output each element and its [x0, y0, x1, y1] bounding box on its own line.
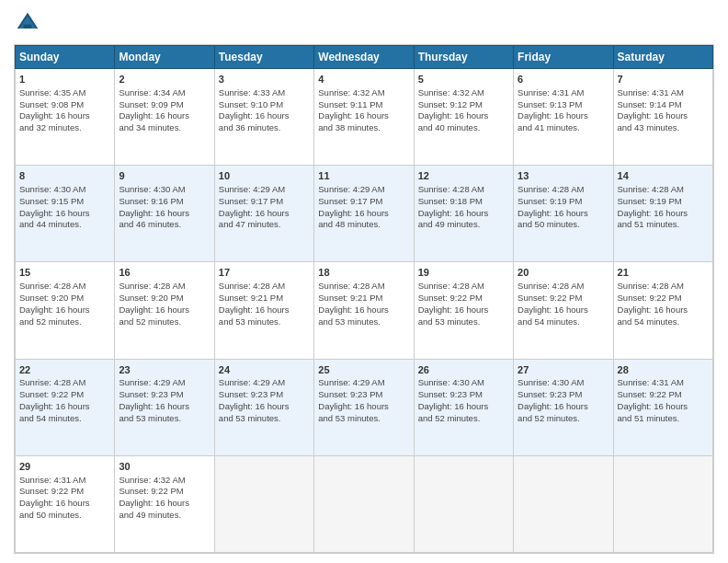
day-info: Sunrise: 4:35 AM Sunset: 9:08 PM Dayligh… [19, 87, 110, 134]
day-number: 29 [19, 460, 110, 474]
day-info: Sunrise: 4:34 AM Sunset: 9:09 PM Dayligh… [119, 87, 210, 134]
calendar-cell [414, 455, 513, 552]
calendar: Sunday Monday Tuesday Wednesday Thursday… [14, 44, 714, 554]
day-number: 10 [219, 169, 310, 183]
calendar-cell: 6Sunrise: 4:31 AM Sunset: 9:13 PM Daylig… [514, 69, 613, 166]
col-thursday: Thursday [414, 46, 513, 69]
col-wednesday: Wednesday [314, 46, 414, 69]
logo [14, 9, 45, 37]
calendar-cell: 30Sunrise: 4:32 AM Sunset: 9:22 PM Dayli… [115, 455, 214, 552]
day-info: Sunrise: 4:28 AM Sunset: 9:19 PM Dayligh… [618, 184, 709, 231]
calendar-cell: 29Sunrise: 4:31 AM Sunset: 9:22 PM Dayli… [16, 455, 115, 552]
day-number: 22 [19, 363, 110, 377]
calendar-week-5: 29Sunrise: 4:31 AM Sunset: 9:22 PM Dayli… [16, 455, 713, 552]
day-number: 28 [618, 363, 709, 377]
calendar-cell: 19Sunrise: 4:28 AM Sunset: 9:22 PM Dayli… [414, 262, 513, 359]
calendar-cell [514, 455, 613, 552]
calendar-cell: 9Sunrise: 4:30 AM Sunset: 9:16 PM Daylig… [115, 166, 214, 262]
day-info: Sunrise: 4:31 AM Sunset: 9:14 PM Dayligh… [618, 87, 709, 134]
calendar-cell: 10Sunrise: 4:29 AM Sunset: 9:17 PM Dayli… [214, 166, 313, 262]
day-info: Sunrise: 4:29 AM Sunset: 9:17 PM Dayligh… [219, 184, 310, 231]
day-number: 19 [418, 266, 509, 280]
day-info: Sunrise: 4:30 AM Sunset: 9:23 PM Dayligh… [418, 377, 509, 424]
day-number: 2 [119, 73, 210, 86]
day-number: 4 [318, 73, 409, 86]
day-number: 5 [418, 73, 509, 86]
day-number: 24 [219, 363, 310, 377]
day-info: Sunrise: 4:29 AM Sunset: 9:23 PM Dayligh… [219, 377, 310, 424]
calendar-cell: 8Sunrise: 4:30 AM Sunset: 9:15 PM Daylig… [16, 166, 115, 262]
calendar-cell: 13Sunrise: 4:28 AM Sunset: 9:19 PM Dayli… [514, 166, 613, 262]
day-info: Sunrise: 4:28 AM Sunset: 9:18 PM Dayligh… [418, 184, 509, 231]
calendar-cell [314, 455, 414, 552]
calendar-cell: 7Sunrise: 4:31 AM Sunset: 9:14 PM Daylig… [613, 69, 712, 166]
day-info: Sunrise: 4:28 AM Sunset: 9:22 PM Dayligh… [518, 281, 609, 327]
calendar-cell: 4Sunrise: 4:32 AM Sunset: 9:11 PM Daylig… [314, 69, 414, 166]
day-number: 25 [318, 363, 409, 377]
day-info: Sunrise: 4:32 AM Sunset: 9:22 PM Dayligh… [119, 475, 210, 522]
calendar-week-4: 22Sunrise: 4:28 AM Sunset: 9:22 PM Dayli… [16, 359, 713, 455]
day-info: Sunrise: 4:31 AM Sunset: 9:22 PM Dayligh… [19, 475, 110, 522]
calendar-cell: 17Sunrise: 4:28 AM Sunset: 9:21 PM Dayli… [214, 262, 313, 359]
page: Sunday Monday Tuesday Wednesday Thursday… [0, 0, 728, 563]
calendar-week-3: 15Sunrise: 4:28 AM Sunset: 9:20 PM Dayli… [16, 262, 713, 359]
day-info: Sunrise: 4:29 AM Sunset: 9:23 PM Dayligh… [318, 377, 409, 424]
day-number: 9 [119, 169, 210, 183]
calendar-cell: 1Sunrise: 4:35 AM Sunset: 9:08 PM Daylig… [16, 69, 115, 166]
calendar-week-2: 8Sunrise: 4:30 AM Sunset: 9:15 PM Daylig… [16, 166, 713, 262]
day-number: 7 [618, 73, 709, 86]
col-sunday: Sunday [16, 46, 115, 69]
day-number: 21 [618, 266, 709, 280]
day-number: 12 [418, 169, 509, 183]
day-info: Sunrise: 4:28 AM Sunset: 9:19 PM Dayligh… [518, 184, 609, 231]
calendar-cell: 25Sunrise: 4:29 AM Sunset: 9:23 PM Dayli… [314, 359, 414, 455]
day-info: Sunrise: 4:32 AM Sunset: 9:12 PM Dayligh… [418, 87, 509, 134]
day-info: Sunrise: 4:31 AM Sunset: 9:13 PM Dayligh… [518, 87, 609, 134]
day-number: 27 [518, 363, 609, 377]
calendar-cell: 16Sunrise: 4:28 AM Sunset: 9:20 PM Dayli… [115, 262, 214, 359]
calendar-cell: 20Sunrise: 4:28 AM Sunset: 9:22 PM Dayli… [514, 262, 613, 359]
calendar-cell: 14Sunrise: 4:28 AM Sunset: 9:19 PM Dayli… [613, 166, 712, 262]
day-number: 23 [119, 363, 210, 377]
day-number: 13 [518, 169, 609, 183]
day-number: 17 [219, 266, 310, 280]
day-number: 14 [618, 169, 709, 183]
svg-rect-2 [24, 25, 32, 29]
col-monday: Monday [115, 46, 214, 69]
day-info: Sunrise: 4:32 AM Sunset: 9:11 PM Dayligh… [318, 87, 409, 134]
calendar-cell: 22Sunrise: 4:28 AM Sunset: 9:22 PM Dayli… [16, 359, 115, 455]
day-info: Sunrise: 4:28 AM Sunset: 9:20 PM Dayligh… [119, 281, 210, 327]
calendar-cell: 27Sunrise: 4:30 AM Sunset: 9:23 PM Dayli… [514, 359, 613, 455]
day-info: Sunrise: 4:33 AM Sunset: 9:10 PM Dayligh… [219, 87, 310, 134]
calendar-cell [214, 455, 313, 552]
day-number: 6 [518, 73, 609, 86]
day-info: Sunrise: 4:30 AM Sunset: 9:15 PM Dayligh… [19, 184, 110, 231]
day-number: 1 [19, 73, 110, 86]
day-number: 18 [318, 266, 409, 280]
day-info: Sunrise: 4:28 AM Sunset: 9:22 PM Dayligh… [418, 281, 509, 327]
calendar-cell: 24Sunrise: 4:29 AM Sunset: 9:23 PM Dayli… [214, 359, 313, 455]
calendar-cell: 28Sunrise: 4:31 AM Sunset: 9:22 PM Dayli… [613, 359, 712, 455]
day-info: Sunrise: 4:28 AM Sunset: 9:20 PM Dayligh… [19, 281, 110, 327]
day-info: Sunrise: 4:28 AM Sunset: 9:22 PM Dayligh… [618, 281, 709, 327]
col-saturday: Saturday [613, 46, 712, 69]
calendar-header-row: Sunday Monday Tuesday Wednesday Thursday… [16, 46, 713, 69]
day-number: 3 [219, 73, 310, 86]
day-info: Sunrise: 4:30 AM Sunset: 9:23 PM Dayligh… [518, 377, 609, 424]
day-info: Sunrise: 4:28 AM Sunset: 9:22 PM Dayligh… [19, 377, 110, 424]
calendar-cell: 3Sunrise: 4:33 AM Sunset: 9:10 PM Daylig… [214, 69, 313, 166]
header [14, 9, 714, 37]
calendar-cell [613, 455, 712, 552]
day-info: Sunrise: 4:28 AM Sunset: 9:21 PM Dayligh… [219, 281, 310, 327]
calendar-cell: 12Sunrise: 4:28 AM Sunset: 9:18 PM Dayli… [414, 166, 513, 262]
day-number: 20 [518, 266, 609, 280]
calendar-cell: 5Sunrise: 4:32 AM Sunset: 9:12 PM Daylig… [414, 69, 513, 166]
col-friday: Friday [514, 46, 613, 69]
day-number: 11 [318, 169, 409, 183]
calendar-cell: 26Sunrise: 4:30 AM Sunset: 9:23 PM Dayli… [414, 359, 513, 455]
day-number: 26 [418, 363, 509, 377]
day-info: Sunrise: 4:30 AM Sunset: 9:16 PM Dayligh… [119, 184, 210, 231]
calendar-cell: 23Sunrise: 4:29 AM Sunset: 9:23 PM Dayli… [115, 359, 214, 455]
logo-icon [14, 9, 41, 37]
day-info: Sunrise: 4:29 AM Sunset: 9:23 PM Dayligh… [119, 377, 210, 424]
